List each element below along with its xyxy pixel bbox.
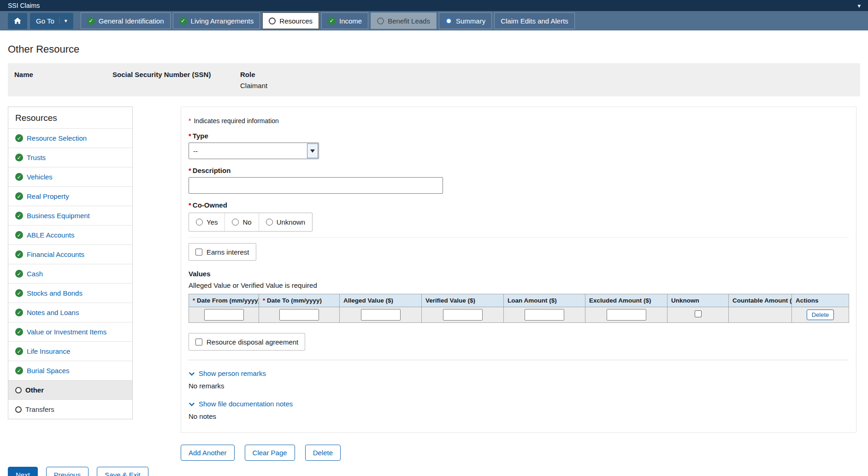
check-circle-icon: ✓ xyxy=(15,154,23,161)
tab-general-identification[interactable]: ✓ General Identification xyxy=(81,12,171,29)
sidebar-item-label: Value or Investment Items xyxy=(27,328,106,336)
resource-disposal-checkbox[interactable]: Resource disposal agreement xyxy=(189,333,305,351)
sidebar-item-stocks-and-bonds[interactable]: ✓ Stocks and Bonds xyxy=(8,283,132,303)
summary-status-icon xyxy=(445,18,452,24)
tab-income[interactable]: ✓ Income xyxy=(321,12,368,29)
show-file-documentation-notes-toggle[interactable]: Show file documentation notes xyxy=(189,400,293,408)
verified-value-input[interactable] xyxy=(443,309,483,321)
app-title: SSI Claims xyxy=(8,2,40,9)
clear-page-button[interactable]: Clear Page xyxy=(245,445,295,461)
earns-interest-checkbox[interactable]: Earns interest xyxy=(189,243,256,261)
sidebar-item-label: Burial Spaces xyxy=(27,367,70,375)
delete-button[interactable]: Delete xyxy=(305,445,341,461)
col-header-unknown: Unknown xyxy=(667,294,729,307)
co-owned-label: * Co-Owned xyxy=(189,201,849,209)
sidebar-item-burial-spaces[interactable]: ✓ Burial Spaces xyxy=(8,361,132,380)
incomplete-circle-icon xyxy=(377,18,384,24)
radio-icon[interactable] xyxy=(266,219,273,226)
required-information-note: * Indicates required information xyxy=(189,117,849,125)
co-owned-unknown-radio[interactable]: Unknown xyxy=(259,213,313,231)
check-circle-icon: ✓ xyxy=(15,270,23,278)
check-circle-icon: ✓ xyxy=(15,173,23,181)
alleged-value-input[interactable] xyxy=(361,309,401,321)
values-table-row: Delete xyxy=(189,307,849,323)
sidebar-item-cash[interactable]: ✓ Cash xyxy=(8,264,132,283)
required-asterisk: * xyxy=(189,167,191,174)
radio-icon[interactable] xyxy=(232,219,239,226)
col-header-alleged-value: Alleged Value ($) xyxy=(340,294,422,307)
section-divider xyxy=(189,360,849,360)
sidebar-item-label: Business Equipment xyxy=(27,212,90,220)
description-input[interactable] xyxy=(189,177,443,194)
sidebar-item-value-or-investment-items[interactable]: ✓ Value or Investment Items xyxy=(8,322,132,341)
co-owned-no-radio[interactable]: No xyxy=(224,213,258,231)
role-label: Role xyxy=(240,71,267,78)
checkbox-icon[interactable] xyxy=(195,249,202,256)
sidebar-item-notes-and-loans[interactable]: ✓ Notes and Loans xyxy=(8,303,132,322)
type-select-value: -- xyxy=(193,147,198,155)
col-header-actions: Actions xyxy=(792,294,849,307)
sidebar-item-transfers[interactable]: Transfers xyxy=(8,399,132,419)
resource-disposal-label: Resource disposal agreement xyxy=(207,338,298,346)
sidebar-item-other[interactable]: Other xyxy=(8,380,132,399)
sidebar-item-label: Cash xyxy=(27,270,43,278)
next-button[interactable]: Next xyxy=(8,467,38,476)
home-button[interactable] xyxy=(8,13,27,29)
required-asterisk: * xyxy=(189,132,191,140)
radio-label: Yes xyxy=(207,218,218,226)
radio-icon[interactable] xyxy=(196,219,203,226)
tab-resources[interactable]: Resources xyxy=(262,12,319,29)
sidebar-item-label: Notes and Loans xyxy=(27,309,79,316)
co-owned-yes-radio[interactable]: Yes xyxy=(189,213,224,231)
tab-label: General Identification xyxy=(99,17,164,25)
sidebar-item-trusts[interactable]: ✓ Trusts xyxy=(8,148,132,167)
show-person-remarks-toggle[interactable]: Show person remarks xyxy=(189,369,266,377)
section-divider xyxy=(189,237,849,238)
tab-benefit-leads[interactable]: Benefit Leads xyxy=(371,12,437,29)
sidebar-item-label: Real Property xyxy=(27,192,69,200)
sidebar-item-financial-accounts[interactable]: ✓ Financial Accounts xyxy=(8,244,132,264)
tab-label: Summary xyxy=(456,17,485,25)
tab-claim-edits-and-alerts[interactable]: Claim Edits and Alerts xyxy=(494,12,575,29)
sidebar-item-label: Other xyxy=(25,386,44,394)
values-requirement-note: Alleged Value or Verified Value is requi… xyxy=(189,281,849,289)
checkbox-icon[interactable] xyxy=(195,339,202,345)
sidebar-item-resource-selection[interactable]: ✓ Resource Selection xyxy=(8,128,132,148)
tab-label: Benefit Leads xyxy=(388,17,430,25)
sidebar-item-life-insurance[interactable]: ✓ Life Insurance xyxy=(8,341,132,361)
add-another-button[interactable]: Add Another xyxy=(181,445,235,461)
loan-amount-input[interactable] xyxy=(525,309,564,321)
countable-amount-cell xyxy=(729,307,792,323)
excluded-amount-input[interactable] xyxy=(607,309,646,321)
date-from-input[interactable] xyxy=(204,309,244,321)
tab-living-arrangements[interactable]: ✓ Living Arrangements xyxy=(173,12,260,29)
select-caret-icon[interactable] xyxy=(307,143,318,158)
claimant-info-header: Name Social Security Number (SSN) Role C… xyxy=(8,63,860,96)
values-table: * Date From (mm/yyyy) * Date To (mm/yyyy… xyxy=(189,294,849,323)
sidebar-item-real-property[interactable]: ✓ Real Property xyxy=(8,186,132,206)
tab-label: Claim Edits and Alerts xyxy=(501,17,568,25)
notes-empty-text: No notes xyxy=(189,412,849,420)
col-header-date-from: * Date From (mm/yyyy) xyxy=(189,294,259,307)
col-header-verified-value: Verified Value ($) xyxy=(422,294,504,307)
check-circle-icon: ✓ xyxy=(15,367,23,375)
sidebar-item-able-accounts[interactable]: ✓ ABLE Accounts xyxy=(8,225,132,244)
sidebar-item-label: Stocks and Bonds xyxy=(27,289,83,297)
unknown-checkbox[interactable] xyxy=(695,310,702,317)
nav-bar: Go To ▾ ✓ General Identification ✓ Livin… xyxy=(0,11,868,30)
goto-dropdown[interactable]: Go To ▾ xyxy=(30,13,73,29)
check-circle-icon: ✓ xyxy=(15,328,23,336)
sidebar-item-vehicles[interactable]: ✓ Vehicles xyxy=(8,167,132,186)
type-select[interactable]: -- xyxy=(189,143,319,159)
required-asterisk: * xyxy=(193,297,195,304)
delete-row-button[interactable]: Delete xyxy=(807,309,834,320)
col-header-countable-amount: Countable Amount ($) xyxy=(729,294,792,307)
tab-summary[interactable]: Summary xyxy=(439,12,492,29)
sidebar-item-business-equipment[interactable]: ✓ Business Equipment xyxy=(8,206,132,225)
earns-interest-label: Earns interest xyxy=(207,248,249,256)
date-to-input[interactable] xyxy=(279,309,319,321)
chevron-down-icon[interactable]: ▾ xyxy=(857,3,861,9)
save-exit-button[interactable]: Save & Exit xyxy=(97,467,148,476)
previous-button[interactable]: Previous xyxy=(46,467,89,476)
in-progress-circle-icon xyxy=(269,18,276,24)
